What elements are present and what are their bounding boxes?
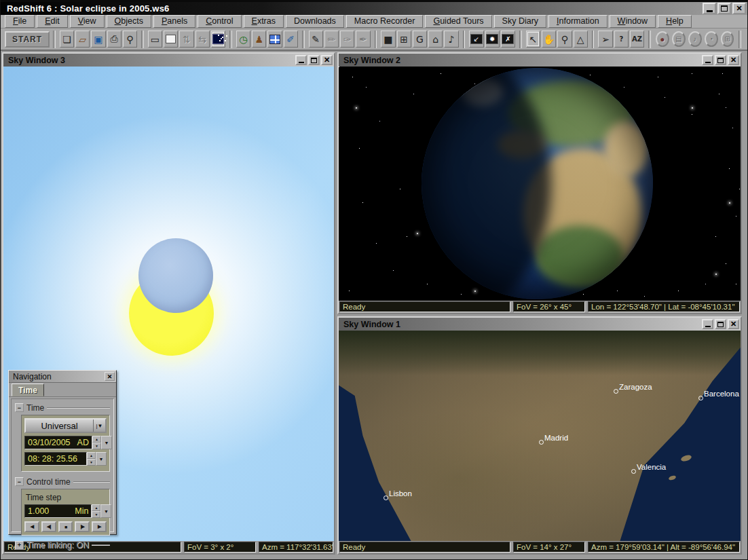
new-document-icon[interactable]: ❏: [60, 31, 74, 48]
step-forward-icon[interactable]: |▶: [75, 521, 90, 532]
deselect-object-icon[interactable]: ✗: [501, 31, 515, 48]
start-button[interactable]: START: [5, 31, 50, 48]
observer-location-icon[interactable]: ♟: [252, 31, 266, 48]
home-view-icon[interactable]: ⌂: [428, 31, 443, 48]
menu-item-panels[interactable]: Panels: [153, 15, 195, 28]
zoom-tool-icon[interactable]: ⚲: [557, 31, 572, 48]
maximize-icon[interactable]: [715, 319, 726, 329]
time-dropdown-icon[interactable]: ▼: [96, 452, 107, 466]
time-field[interactable]: 08: 28: 25.56: [24, 452, 87, 466]
timezone-value: Universal: [26, 419, 93, 432]
frame-grid-icon[interactable]: ⊞: [721, 31, 734, 47]
navigation-titlebar[interactable]: Navigation ✕: [9, 371, 116, 383]
collapse-icon[interactable]: −: [15, 477, 24, 486]
eraser-alt-icon[interactable]: ✒: [356, 31, 370, 48]
spin-down-icon[interactable]: ▼: [87, 459, 96, 466]
flip-horizontal-icon[interactable]: ⇆: [195, 31, 210, 48]
minimize-icon[interactable]: [295, 55, 307, 65]
playlist-icon[interactable]: ▤: [672, 31, 686, 47]
pointer-stick-icon[interactable]: ➢: [598, 31, 612, 48]
expand-icon[interactable]: +: [15, 541, 24, 550]
status-fov: FoV = 3° x 2°: [184, 542, 256, 553]
time-step-field[interactable]: 1.000 Min: [24, 504, 92, 518]
time-step-dropdown-icon[interactable]: ▼: [100, 504, 111, 518]
play-forward-icon[interactable]: ▶: [92, 521, 107, 532]
timer-icon[interactable]: ◔: [705, 31, 718, 47]
menu-item-downloads[interactable]: Downloads: [286, 15, 344, 28]
stop-icon[interactable]: ■: [58, 521, 73, 532]
maximize-icon[interactable]: [715, 55, 726, 65]
track-object-icon[interactable]: ✹: [485, 31, 500, 48]
select-cursor-icon[interactable]: ↖: [526, 31, 540, 48]
menu-item-window[interactable]: Window: [610, 15, 656, 28]
sky-window-3-titlebar[interactable]: Sky Window 3 ✕: [3, 54, 334, 67]
minimize-icon[interactable]: [703, 3, 716, 14]
earth-globe-view[interactable]: [339, 67, 741, 301]
menu-item-guided-tours[interactable]: Guided Tours: [425, 15, 491, 28]
sky-window-2-titlebar[interactable]: Sky Window 2 ✕: [339, 54, 741, 67]
status-fov: FoV = 26° x 45°: [513, 301, 585, 312]
menu-item-macro-recorder[interactable]: Macro Recorder: [346, 15, 424, 28]
menu-item-help[interactable]: Help: [658, 15, 692, 28]
spin-up-icon[interactable]: ▲: [92, 504, 100, 511]
framed-view-icon[interactable]: ⊞: [397, 31, 411, 48]
pencil-icon[interactable]: ✏: [324, 31, 339, 48]
moon-disc[interactable]: [138, 238, 213, 313]
flip-vertical-icon[interactable]: ⇅: [179, 31, 193, 48]
spin-down-icon[interactable]: ▼: [92, 511, 100, 518]
date-field[interactable]: 03/10/2005 AD: [24, 436, 92, 449]
sound-icon[interactable]: ♪: [688, 31, 702, 47]
sound-mute-icon[interactable]: ♪: [444, 31, 458, 48]
menu-item-control[interactable]: Control: [198, 15, 241, 28]
report-icon[interactable]: ✐: [284, 31, 298, 48]
minimize-icon[interactable]: [702, 319, 713, 329]
spin-up-icon[interactable]: ▲: [87, 452, 96, 459]
menu-item-objects[interactable]: Objects: [107, 15, 151, 28]
google-export-icon[interactable]: G: [413, 31, 427, 48]
spin-down-icon[interactable]: ▼: [92, 443, 101, 449]
white-panel-icon[interactable]: [164, 31, 178, 48]
menu-item-edit[interactable]: Edit: [37, 15, 68, 28]
spin-up-icon[interactable]: ▲: [92, 436, 101, 443]
print-preview-icon[interactable]: ⚲: [123, 31, 137, 48]
sky-window-1-titlebar[interactable]: Sky Window 1 ✕: [339, 318, 741, 331]
menu-item-sky-diary[interactable]: Sky Diary: [494, 15, 546, 28]
print-icon[interactable]: ⎙: [107, 31, 121, 48]
timezone-select[interactable]: Universal |▼: [24, 418, 107, 433]
map-view[interactable]: Zaragoza Barcelona Madrid Valencia Lisbo…: [339, 331, 741, 541]
minimize-icon[interactable]: [702, 55, 713, 65]
menu-item-file[interactable]: File: [5, 15, 35, 28]
night-sky-mode-icon[interactable]: [211, 31, 225, 48]
close-icon[interactable]: ✕: [105, 372, 115, 381]
time-linking-row: + Time linking: ON: [15, 540, 110, 550]
window-layout-icon[interactable]: [267, 31, 282, 48]
pan-hand-icon[interactable]: ✋: [542, 31, 556, 48]
record-icon[interactable]: ●: [656, 31, 669, 47]
close-icon[interactable]: ✕: [728, 319, 739, 329]
edit-data-icon[interactable]: ✎: [309, 31, 323, 48]
play-backward-icon[interactable]: ◀: [24, 521, 39, 532]
date-dropdown-icon[interactable]: ▼: [101, 436, 112, 449]
menu-item-information[interactable]: Information: [548, 15, 607, 28]
tab-time[interactable]: Time: [12, 384, 44, 396]
menu-item-extras[interactable]: Extras: [244, 15, 284, 28]
save-icon[interactable]: ▣: [91, 31, 105, 48]
az-index-icon[interactable]: AZ: [630, 31, 644, 48]
close-icon[interactable]: ✕: [728, 55, 739, 65]
close-icon[interactable]: ✕: [321, 55, 333, 65]
time-skip-icon[interactable]: ◷: [236, 31, 250, 48]
step-backward-icon[interactable]: ◀|: [41, 521, 56, 532]
collapse-icon[interactable]: −: [15, 403, 24, 412]
cube-3d-icon[interactable]: ■: [381, 31, 395, 48]
menu-item-view[interactable]: View: [70, 15, 105, 28]
display-mode-icon[interactable]: ▭: [148, 31, 162, 48]
maximize-icon[interactable]: [308, 55, 320, 65]
center-object-icon[interactable]: ↙: [469, 31, 483, 48]
eraser-icon[interactable]: ✑: [340, 31, 354, 48]
fov-cone-icon[interactable]: △: [574, 31, 588, 48]
open-file-icon[interactable]: ▱: [75, 31, 90, 48]
earth-globe[interactable]: [422, 68, 653, 299]
maximize-icon[interactable]: [717, 3, 731, 14]
help-book-icon[interactable]: ?: [614, 31, 629, 48]
close-icon[interactable]: ✕: [732, 3, 746, 14]
